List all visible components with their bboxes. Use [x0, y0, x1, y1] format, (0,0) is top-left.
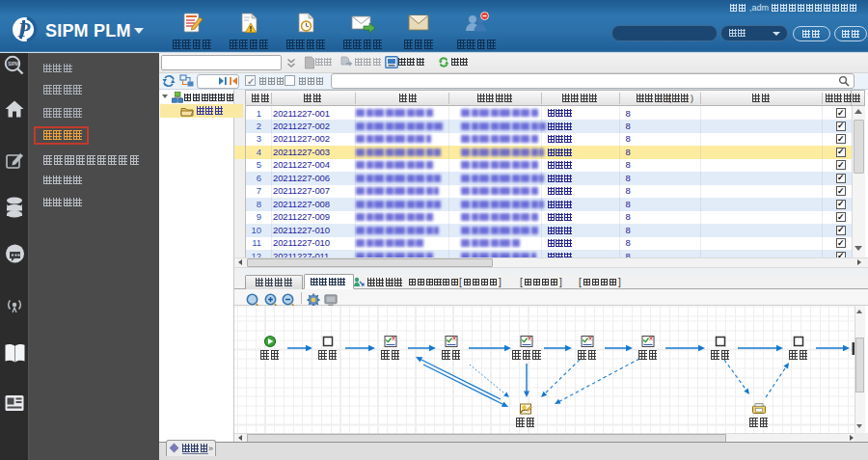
svg-text:P: P [17, 18, 31, 41]
svg-text:SIPM: SIPM [8, 62, 18, 67]
